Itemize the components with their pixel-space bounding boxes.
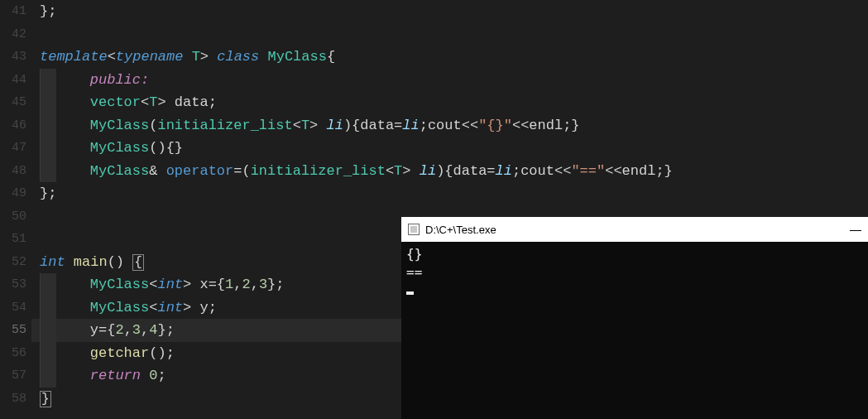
- line-gutter: 41 42 43 44 45 46 47 48 49 50 51 52 53 5…: [0, 0, 31, 419]
- code-line[interactable]: };: [31, 182, 868, 205]
- terminal-cursor-line: [406, 282, 863, 300]
- func-getchar: getchar: [90, 345, 149, 361]
- window-controls: —: [850, 223, 861, 236]
- line-number: 42: [0, 23, 26, 46]
- keyword-int: int: [157, 300, 183, 315]
- line-number: 44: [0, 69, 26, 92]
- member-data: data: [360, 118, 394, 133]
- type-param: T: [149, 94, 157, 110]
- num: 2: [115, 322, 123, 338]
- code-line[interactable]: template<typename T> class MyClass{: [31, 46, 868, 69]
- brace-match: {: [132, 254, 144, 271]
- keyword-int: int: [157, 277, 183, 292]
- type-initlist: initializer_list: [251, 163, 386, 179]
- class-name: MyClass: [90, 300, 149, 315]
- text: };: [40, 3, 56, 19]
- string-literal: "{}": [478, 118, 512, 133]
- endl: endl: [529, 118, 563, 133]
- terminal-line: ==: [406, 263, 863, 282]
- num: 3: [259, 277, 267, 292]
- cout: cout: [428, 118, 462, 133]
- keyword-public: public: [90, 72, 141, 88]
- line-number: 46: [0, 114, 26, 137]
- keyword-template: template: [40, 49, 108, 65]
- line-number: 48: [0, 160, 26, 183]
- code-line[interactable]: public:: [31, 69, 868, 92]
- line-number: 54: [0, 296, 26, 320]
- param-li: li: [402, 118, 419, 133]
- line-number: 55: [0, 319, 26, 342]
- brace-match: }: [40, 391, 51, 407]
- terminal-window[interactable]: D:\C+\Test.exe — {} ==: [401, 217, 868, 419]
- code-line[interactable]: MyClass(initializer_list<T> li){data=li;…: [31, 114, 868, 137]
- line-number: 52: [0, 251, 26, 274]
- code-editor[interactable]: 41 42 43 44 45 46 47 48 49 50 51 52 53 5…: [0, 0, 868, 419]
- endl: endl: [622, 163, 656, 179]
- line-number: 56: [0, 342, 26, 365]
- type-initlist: initializer_list: [157, 118, 292, 133]
- line-number: 53: [0, 273, 26, 296]
- type-param: T: [192, 49, 200, 65]
- code-line[interactable]: };: [31, 0, 868, 23]
- ctor: MyClass: [90, 140, 149, 156]
- keyword-operator: operator: [166, 163, 234, 179]
- keyword-int: int: [40, 254, 65, 270]
- var-x: x: [199, 277, 208, 292]
- num: 3: [132, 322, 141, 338]
- terminal-line: {}: [406, 245, 863, 263]
- ctor: MyClass: [90, 118, 149, 133]
- code-line[interactable]: [31, 23, 868, 46]
- string-literal: "==": [571, 163, 605, 179]
- func-main: main: [74, 254, 108, 270]
- var-y: y: [90, 322, 98, 338]
- app-icon: [408, 224, 420, 235]
- class-name: MyClass: [90, 277, 149, 292]
- num: 0: [149, 368, 157, 383]
- line-number: 41: [0, 0, 26, 23]
- type-param: T: [301, 118, 309, 133]
- num: 1: [225, 277, 233, 292]
- code-line[interactable]: vector<T> data;: [31, 91, 868, 114]
- param-li: li: [420, 163, 436, 179]
- cout: cout: [520, 163, 554, 179]
- param-li: li: [496, 163, 512, 179]
- line-number: 57: [0, 364, 26, 388]
- keyword-typename: typename: [116, 49, 184, 65]
- code-line[interactable]: MyClass(){}: [31, 137, 868, 160]
- num: 2: [242, 277, 250, 292]
- terminal-title-text: D:\C+\Test.exe: [425, 224, 496, 236]
- var-y: y: [199, 300, 208, 315]
- code-line[interactable]: MyClass& operator=(initializer_list<T> l…: [31, 160, 868, 183]
- class-name: MyClass: [90, 163, 149, 179]
- minimize-icon[interactable]: —: [850, 223, 861, 236]
- line-number: 49: [0, 182, 26, 205]
- line-number: 45: [0, 91, 26, 114]
- param-li: li: [326, 118, 343, 133]
- member-data: data: [453, 163, 487, 179]
- line-number: 51: [0, 228, 26, 251]
- type-vector: vector: [90, 94, 141, 110]
- keyword-return: return: [90, 368, 141, 383]
- line-number: 58: [0, 388, 26, 411]
- terminal-body[interactable]: {} ==: [401, 242, 868, 303]
- line-number: 43: [0, 46, 26, 69]
- member-data: data: [175, 94, 209, 110]
- terminal-cursor: [406, 291, 414, 295]
- num: 4: [149, 322, 157, 338]
- terminal-titlebar[interactable]: D:\C+\Test.exe —: [401, 217, 868, 242]
- line-number: 47: [0, 137, 26, 160]
- type-param: T: [394, 163, 402, 179]
- class-name: MyClass: [267, 49, 326, 65]
- line-number: 50: [0, 205, 26, 229]
- keyword-class: class: [217, 49, 259, 65]
